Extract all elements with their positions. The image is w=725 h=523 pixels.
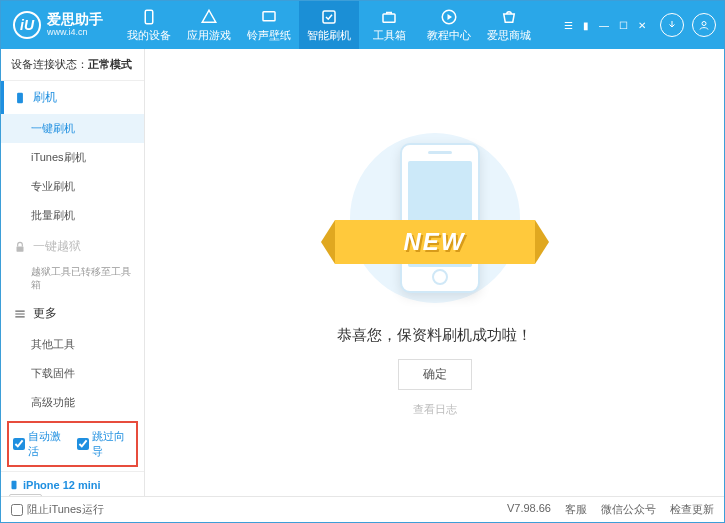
lock-icon (13, 240, 27, 254)
sidebar-item-itunes-flash[interactable]: iTunes刷机 (1, 143, 144, 172)
skip-wizard-checkbox[interactable]: 跳过向导 (77, 429, 133, 459)
app-window: iU 爱思助手 www.i4.cn 我的设备 应用游戏 铃声壁纸 智能刷机 (0, 0, 725, 523)
sidebar-item-oneclick-flash[interactable]: 一键刷机 (1, 114, 144, 143)
phone-icon (9, 478, 19, 492)
device-panel[interactable]: iPhone 12 mini 64GB Down-12mini-13,1 (1, 471, 144, 496)
block-itunes-checkbox[interactable]: 阻止iTunes运行 (11, 502, 104, 517)
nav-tutorials[interactable]: 教程中心 (419, 1, 479, 49)
ok-button[interactable]: 确定 (398, 359, 472, 390)
version-label: V7.98.66 (507, 502, 551, 517)
logo: iU 爱思助手 www.i4.cn (13, 11, 103, 39)
nav-ringtones[interactable]: 铃声壁纸 (239, 1, 299, 49)
svg-rect-8 (17, 246, 24, 251)
wechat-link[interactable]: 微信公众号 (601, 502, 656, 517)
logo-icon: iU (13, 11, 41, 39)
svg-rect-2 (323, 11, 335, 23)
svg-rect-3 (383, 14, 395, 22)
nav-my-device[interactable]: 我的设备 (119, 1, 179, 49)
sidebar-item-advanced[interactable]: 高级功能 (1, 388, 144, 417)
phone-icon (13, 91, 27, 105)
nav-flash[interactable]: 智能刷机 (299, 1, 359, 49)
window-controls: ☰ ▮ — ☐ ✕ (562, 18, 648, 33)
svg-rect-1 (263, 11, 275, 20)
main-content: NEW 恭喜您，保资料刷机成功啦！ 确定 查看日志 (145, 49, 724, 496)
sidebar-item-other-tools[interactable]: 其他工具 (1, 330, 144, 359)
support-link[interactable]: 客服 (565, 502, 587, 517)
connection-status: 设备连接状态：正常模式 (1, 49, 144, 81)
user-button[interactable] (692, 13, 716, 37)
success-illustration: NEW (335, 128, 535, 308)
cat-flash[interactable]: 刷机 (1, 81, 144, 114)
cat-more[interactable]: 更多 (1, 297, 144, 330)
sidebar-item-batch-flash[interactable]: 批量刷机 (1, 201, 144, 230)
close-button[interactable]: ✕ (636, 18, 648, 33)
maximize-button[interactable]: ☐ (617, 18, 630, 33)
lock-icon[interactable]: ▮ (581, 18, 591, 33)
menu-icon[interactable]: ☰ (562, 18, 575, 33)
toolbox-icon (380, 8, 398, 26)
ribbon-text: NEW (404, 228, 466, 256)
check-update-link[interactable]: 检查更新 (670, 502, 714, 517)
cat-jailbreak: 一键越狱 (1, 230, 144, 263)
svg-rect-0 (145, 10, 153, 24)
download-button[interactable] (660, 13, 684, 37)
apps-icon (200, 8, 218, 26)
main-nav: 我的设备 应用游戏 铃声壁纸 智能刷机 工具箱 教程中心 (119, 1, 562, 49)
nav-apps[interactable]: 应用游戏 (179, 1, 239, 49)
success-message: 恭喜您，保资料刷机成功啦！ (337, 326, 532, 345)
flash-icon (320, 8, 338, 26)
wallpaper-icon (260, 8, 278, 26)
jailbreak-note: 越狱工具已转移至工具箱 (1, 263, 144, 297)
device-icon (140, 8, 158, 26)
sidebar: 设备连接状态：正常模式 刷机 一键刷机 iTunes刷机 专业刷机 批量刷机 一… (1, 49, 145, 496)
titlebar: iU 爱思助手 www.i4.cn 我的设备 应用游戏 铃声壁纸 智能刷机 (1, 1, 724, 49)
device-name: iPhone 12 mini (9, 478, 136, 492)
svg-rect-7 (17, 92, 23, 103)
minimize-button[interactable]: — (597, 18, 611, 33)
tutorial-icon (440, 8, 458, 26)
svg-marker-5 (448, 14, 453, 20)
store-icon (500, 8, 518, 26)
app-subtitle: www.i4.cn (47, 28, 103, 38)
svg-point-6 (702, 22, 706, 26)
nav-store[interactable]: 爱思商城 (479, 1, 539, 49)
statusbar: 阻止iTunes运行 V7.98.66 客服 微信公众号 检查更新 (1, 496, 724, 522)
sidebar-item-download-fw[interactable]: 下载固件 (1, 359, 144, 388)
auto-activate-checkbox[interactable]: 自动激活 (13, 429, 69, 459)
options-box: 自动激活 跳过向导 (7, 421, 138, 467)
sidebar-item-pro-flash[interactable]: 专业刷机 (1, 172, 144, 201)
app-title: 爱思助手 (47, 12, 103, 27)
more-icon (13, 307, 27, 321)
view-log-link[interactable]: 查看日志 (413, 402, 457, 417)
svg-rect-9 (12, 481, 17, 489)
nav-toolbox[interactable]: 工具箱 (359, 1, 419, 49)
